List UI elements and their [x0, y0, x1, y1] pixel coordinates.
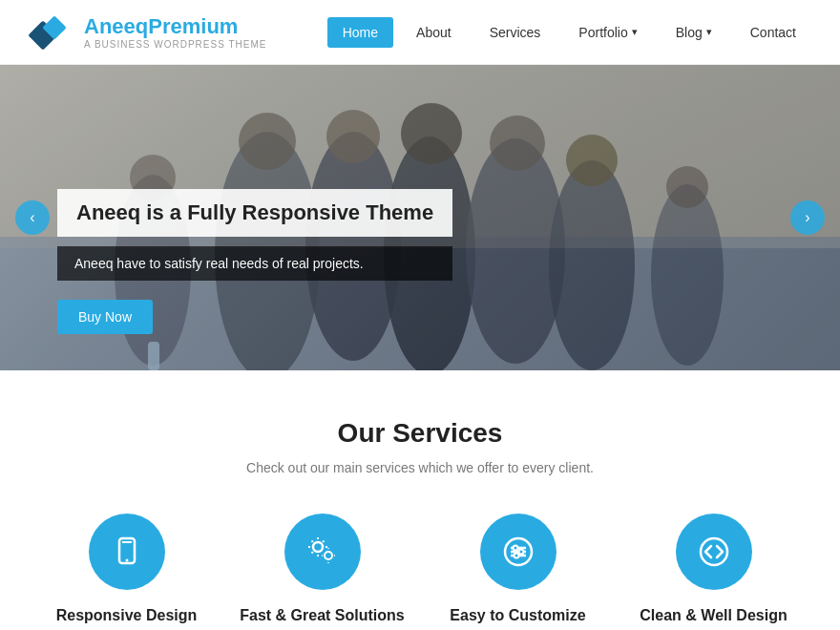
customize-icon-circle	[480, 514, 556, 590]
solutions-icon-circle	[284, 514, 361, 590]
hero-content: Aneeq is a Fully Responsive Theme Aneeq …	[57, 189, 452, 334]
hero-next-button[interactable]: ›	[790, 200, 825, 235]
hero-prev-button[interactable]: ‹	[15, 200, 50, 235]
service-card-title-3: Clean & Well Design	[640, 607, 787, 624]
hero-title: Aneeq is a Fully Responsive Theme	[76, 200, 433, 225]
nav-about[interactable]: About	[401, 17, 467, 48]
svg-point-7	[326, 110, 380, 163]
nav-services[interactable]: Services	[474, 17, 556, 48]
nav-contact[interactable]: Contact	[735, 17, 811, 48]
responsive-icon-circle	[89, 514, 165, 590]
hero-title-box: Aneeq is a Fully Responsive Theme	[57, 189, 452, 237]
logo-text-area: AneeqPremium A Business Wordpress Theme	[84, 14, 266, 50]
svg-point-11	[490, 116, 545, 171]
services-title: Our Services	[29, 418, 811, 449]
logo-title: AneeqPremium	[84, 14, 266, 39]
service-card-title-2: Easy to Customize	[450, 607, 585, 624]
hero-subtitle: Aneeq have to satisfy real needs of real…	[74, 256, 435, 271]
svg-line-28	[311, 541, 312, 542]
hero-subtitle-box: Aneeq have to satisfy real needs of real…	[57, 246, 452, 281]
nav-portfolio[interactable]: Portfolio	[563, 17, 652, 48]
svg-point-39	[513, 546, 517, 551]
svg-point-22	[313, 542, 323, 552]
code-icon	[697, 535, 731, 569]
services-subtitle: Check out our main services which we off…	[29, 460, 811, 475]
services-section: Our Services Check out our main services…	[0, 370, 840, 630]
svg-point-5	[239, 113, 296, 170]
svg-point-9	[401, 103, 462, 164]
service-card-responsive: Responsive Design Lorem Ipsum is simply …	[38, 514, 215, 630]
svg-point-41	[514, 554, 518, 558]
svg-line-29	[323, 541, 324, 542]
svg-point-13	[566, 135, 618, 186]
header: AneeqPremium A Business Wordpress Theme …	[0, 0, 840, 65]
service-card-title-0: Responsive Design	[56, 607, 198, 624]
mobile-icon	[110, 535, 144, 569]
service-card-solutions: Fast & Great Solutions Lorem Ipsum is si…	[234, 514, 410, 630]
nav-blog[interactable]: Blog	[661, 17, 727, 48]
svg-rect-18	[148, 342, 159, 370]
svg-point-16	[651, 184, 724, 366]
service-card-design: Clean & Well Design Lorem Ipsum is simpl…	[625, 514, 802, 630]
gears-icon	[305, 535, 340, 569]
logo-area: AneeqPremium A Business Wordpress Theme	[29, 10, 266, 55]
svg-point-17	[666, 166, 708, 208]
hero-cta-button[interactable]: Buy Now	[57, 300, 153, 334]
svg-point-12	[549, 160, 635, 370]
design-icon-circle	[676, 514, 752, 590]
svg-point-40	[518, 550, 523, 555]
logo-subtitle: A Business Wordpress Theme	[84, 39, 266, 50]
service-card-title-1: Fast & Great Solutions	[240, 607, 404, 624]
hero-section: ‹ › Aneeq is a Fully Responsive Theme An…	[0, 65, 840, 370]
svg-point-23	[325, 552, 332, 559]
svg-point-20	[125, 559, 128, 562]
main-nav: Home About Services Portfolio Blog Conta…	[327, 17, 811, 48]
sliders-icon	[501, 535, 536, 569]
svg-line-30	[311, 552, 312, 553]
logo-icon	[29, 10, 74, 55]
nav-home[interactable]: Home	[327, 17, 393, 48]
service-card-customize: Easy to Customize Lorem Ipsum is simply …	[430, 514, 606, 630]
services-grid: Responsive Design Lorem Ipsum is simply …	[29, 514, 811, 630]
